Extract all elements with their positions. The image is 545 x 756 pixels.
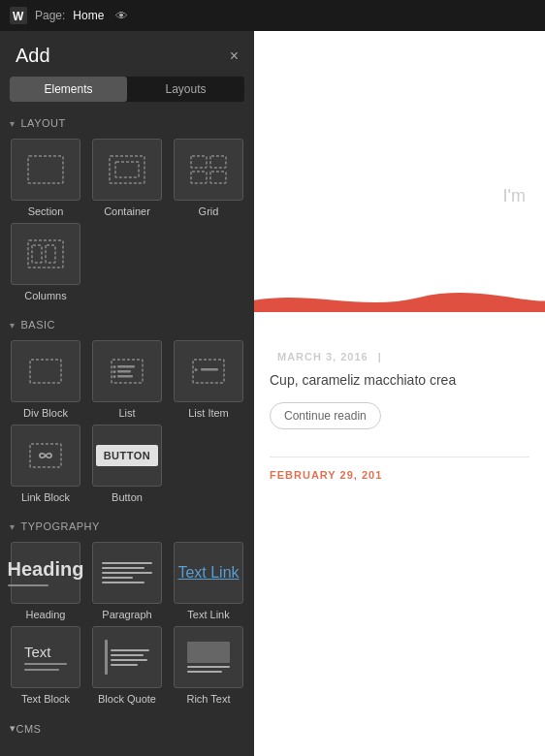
element-section[interactable]: Section	[8, 139, 83, 217]
button-icon-box: BUTTON	[92, 425, 162, 487]
element-block-quote[interactable]: Block Quote	[89, 626, 165, 705]
svg-rect-12	[30, 360, 61, 383]
section-layout-header[interactable]: ▾ Layout	[0, 110, 254, 135]
paragraph-icon-box	[92, 542, 162, 604]
svg-rect-15	[117, 370, 131, 373]
im-text: I'm	[503, 186, 526, 206]
linkblock-label: Link Block	[21, 491, 70, 503]
blockquote-label: Block Quote	[98, 693, 156, 705]
grid-icon-box	[174, 139, 243, 201]
svg-rect-16	[117, 375, 133, 378]
element-columns[interactable]: Columns	[8, 223, 83, 301]
panel-title: Add	[16, 45, 50, 67]
textlink-label: Text Link	[187, 609, 229, 620]
page-label: Page:	[35, 9, 65, 22]
blockquote-icon-box	[92, 626, 162, 688]
listitem-label: List Item	[188, 407, 229, 419]
content-area: I'm MARCH 3, 2016 | Cup, carameliz macch…	[254, 31, 545, 756]
columns-label: Columns	[24, 290, 66, 301]
svg-rect-11	[46, 245, 55, 263]
svg-point-19	[113, 375, 116, 378]
element-list-item[interactable]: List Item	[171, 340, 246, 419]
element-link-block[interactable]: Link Block	[8, 425, 83, 503]
eye-icon[interactable]: 👁	[115, 9, 128, 23]
close-button[interactable]: ×	[230, 48, 239, 64]
svg-rect-2	[28, 156, 63, 183]
linkblock-icon-box	[11, 425, 80, 487]
element-paragraph[interactable]: Paragraph	[89, 542, 165, 620]
div-label: Div Block	[23, 407, 68, 419]
section-icon-box	[11, 139, 80, 201]
grid-label: Grid	[199, 205, 219, 217]
post-excerpt-1: Cup, carameliz macchiato crea	[270, 370, 529, 391]
red-wave	[254, 288, 545, 312]
button-label: Button	[112, 491, 143, 503]
richtext-icon-box	[174, 626, 243, 688]
heading-label: Heading	[26, 609, 66, 620]
layout-label: Layout	[21, 117, 66, 129]
layout-arrow-icon: ▾	[10, 118, 16, 129]
svg-point-18	[113, 370, 116, 373]
textlink-icon-box: Text Link	[174, 542, 243, 604]
link-preview: Text Link	[177, 564, 239, 582]
panel-header: Add ×	[0, 31, 254, 77]
div-icon-box	[11, 340, 80, 402]
element-heading[interactable]: Heading Heading	[8, 542, 83, 620]
section-typography-header[interactable]: ▾ Typography	[0, 513, 254, 538]
element-div-block[interactable]: Div Block	[8, 340, 83, 419]
svg-rect-21	[201, 368, 218, 371]
element-text-link[interactable]: Text Link Text Link	[171, 542, 246, 620]
wf-logo[interactable]: W	[10, 7, 27, 24]
section-cms-header[interactable]: ▾ CMS	[0, 714, 254, 740]
post-date-1: MARCH 3, 2016 |	[270, 351, 529, 362]
element-rich-text[interactable]: Rich Text	[171, 626, 246, 705]
page-name: Home	[73, 9, 104, 22]
container-label: Container	[104, 205, 150, 217]
content-inner: I'm MARCH 3, 2016 | Cup, carameliz macch…	[254, 31, 545, 756]
svg-rect-6	[210, 156, 226, 168]
svg-rect-20	[193, 360, 224, 383]
tab-layouts[interactable]: Layouts	[127, 77, 244, 102]
continue-reading-1[interactable]: Continue readin	[270, 402, 381, 429]
tab-elements[interactable]: Elements	[10, 77, 127, 102]
textblock-icon-box: Text	[11, 626, 80, 688]
textblock-label: Text Block	[21, 693, 70, 705]
element-container[interactable]: Container	[89, 139, 165, 217]
paragraph-label: Paragraph	[102, 609, 151, 620]
basic-arrow-icon: ▾	[10, 320, 16, 331]
top-bar: W Page: Home 👁	[0, 0, 545, 31]
section-basic-header[interactable]: ▾ Basic	[0, 311, 254, 336]
element-text-block[interactable]: Text Text Block	[8, 626, 83, 705]
button-preview: BUTTON	[96, 445, 159, 466]
svg-rect-10	[32, 245, 42, 263]
svg-point-17	[113, 365, 116, 368]
svg-rect-4	[115, 162, 139, 177]
element-list[interactable]: List	[89, 340, 165, 419]
svg-text:W: W	[13, 10, 24, 23]
section-label: Section	[28, 205, 64, 217]
svg-rect-8	[210, 172, 226, 183]
basic-label: Basic	[21, 319, 56, 331]
post-date-2: FEBRUARY 29, 201	[270, 469, 529, 481]
list-label: List	[118, 407, 135, 419]
cms-label: CMS	[16, 723, 42, 735]
basic-grid: Div Block List	[0, 336, 254, 513]
svg-rect-9	[28, 240, 63, 268]
svg-point-22	[195, 368, 198, 371]
list-icon-box	[92, 340, 162, 402]
element-button[interactable]: BUTTON Button	[89, 425, 165, 503]
columns-icon-box	[11, 223, 80, 285]
svg-rect-14	[117, 365, 135, 368]
typography-arrow-icon: ▾	[10, 521, 16, 532]
blog-content: MARCH 3, 2016 | Cup, carameliz macchiato…	[254, 331, 545, 500]
add-panel: Add × Elements Layouts ▾ Layout Section	[0, 31, 254, 756]
richtext-label: Rich Text	[186, 693, 230, 705]
typography-label: Typography	[21, 520, 100, 532]
listitem-icon-box	[174, 340, 243, 402]
typography-grid: Heading Heading Paragraph	[0, 538, 254, 714]
main-area: Add × Elements Layouts ▾ Layout Section	[0, 31, 545, 756]
divider-1	[270, 457, 529, 457]
container-icon-box	[92, 139, 162, 201]
element-grid[interactable]: Grid	[171, 139, 246, 217]
svg-rect-7	[191, 172, 207, 183]
